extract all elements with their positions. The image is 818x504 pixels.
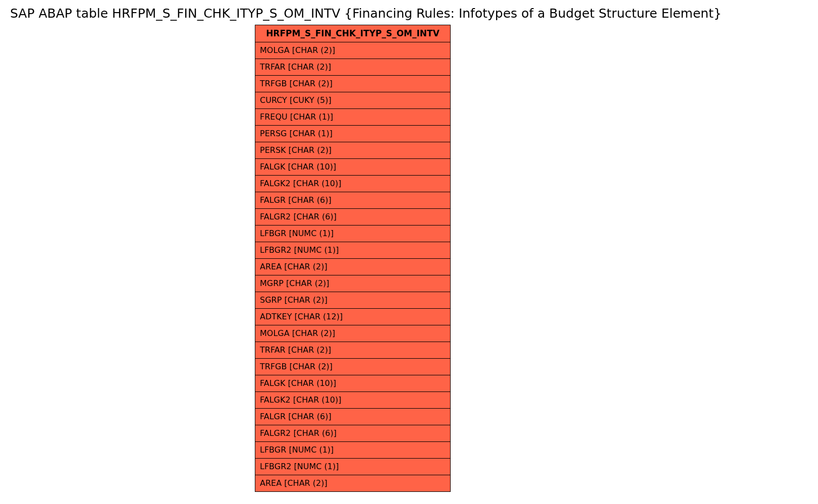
page-root: SAP ABAP table HRFPM_S_FIN_CHK_ITYP_S_OM…: [0, 0, 818, 504]
field-row: FALGR [CHAR (6)]: [255, 192, 450, 209]
field-row: MOLGA [CHAR (2)]: [255, 42, 450, 59]
field-row: FALGK [CHAR (10)]: [255, 159, 450, 176]
field-row: MOLGA [CHAR (2)]: [255, 325, 450, 342]
table-header-cell: HRFPM_S_FIN_CHK_ITYP_S_OM_INTV: [255, 25, 450, 42]
field-row: TRFAR [CHAR (2)]: [255, 59, 450, 76]
page-title: SAP ABAP table HRFPM_S_FIN_CHK_ITYP_S_OM…: [10, 6, 722, 21]
field-row: TRFGB [CHAR (2)]: [255, 76, 450, 92]
field-row: LFBGR2 [NUMC (1)]: [255, 242, 450, 259]
title-description: {Financing Rules: Infotypes of a Budget …: [340, 6, 722, 21]
field-row: TRFGB [CHAR (2)]: [255, 359, 450, 375]
field-row: TRFAR [CHAR (2)]: [255, 342, 450, 359]
field-row: FALGR2 [CHAR (6)]: [255, 425, 450, 442]
field-row: FALGK2 [CHAR (10)]: [255, 176, 450, 192]
field-row: LFBGR [NUMC (1)]: [255, 226, 450, 242]
field-row: FALGR [CHAR (6)]: [255, 409, 450, 425]
field-row: ADTKEY [CHAR (12)]: [255, 309, 450, 325]
field-row: LFBGR2 [NUMC (1)]: [255, 459, 450, 475]
field-row: PERSG [CHAR (1)]: [255, 126, 450, 142]
field-row: MGRP [CHAR (2)]: [255, 275, 450, 292]
field-row: LFBGR [NUMC (1)]: [255, 442, 450, 459]
title-table-name: HRFPM_S_FIN_CHK_ITYP_S_OM_INTV: [112, 6, 340, 21]
field-row: FALGR2 [CHAR (6)]: [255, 209, 450, 226]
field-row: FREQU [CHAR (1)]: [255, 109, 450, 126]
field-row: AREA [CHAR (2)]: [255, 475, 450, 491]
field-row: FALGK [CHAR (10)]: [255, 375, 450, 392]
title-prefix: SAP ABAP table: [10, 6, 112, 21]
field-row: CURCY [CUKY (5)]: [255, 92, 450, 109]
field-row: FALGK2 [CHAR (10)]: [255, 392, 450, 409]
structure-table: HRFPM_S_FIN_CHK_ITYP_S_OM_INTV MOLGA [CH…: [255, 25, 451, 492]
field-row: SGRP [CHAR (2)]: [255, 292, 450, 309]
field-row: AREA [CHAR (2)]: [255, 259, 450, 275]
field-row: PERSK [CHAR (2)]: [255, 142, 450, 159]
